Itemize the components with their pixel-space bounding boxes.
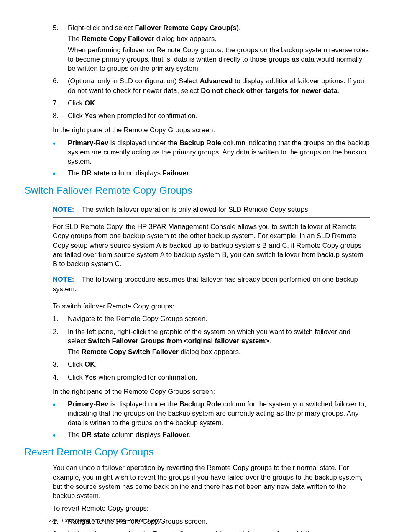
text: Click — [68, 360, 84, 368]
bullet-item: • Primary-Rev is displayed under the Bac… — [53, 399, 370, 427]
step-1: 1. Navigate to the Remote Copy Groups sc… — [53, 314, 370, 325]
text: (Optional only in SLD configuration) Sel… — [68, 77, 200, 85]
text: is displayed under the — [108, 139, 179, 146]
text: The — [68, 348, 82, 355]
text: Right-click and select — [68, 24, 135, 31]
note-text: The switch failover operation is only al… — [82, 206, 310, 213]
bold: DR state — [82, 169, 110, 177]
step-4: 4. Click Yes when prompted for confirmat… — [53, 373, 370, 383]
footer-title: Configuring and Managing Remote Copy — [62, 517, 161, 524]
bold: Backup Role — [179, 400, 221, 408]
bold: OK — [84, 360, 95, 368]
text: Click — [68, 112, 84, 119]
note-label: NOTE: — [53, 275, 74, 283]
paragraph: For SLD Remote Copy, the HP 3PAR Managem… — [53, 222, 370, 268]
section-heading-revert: Revert Remote Copy Groups — [24, 445, 370, 459]
page-number: 228 — [49, 517, 58, 524]
text: The — [68, 169, 82, 177]
paragraph: To revert Remote Copy groups: — [53, 504, 370, 513]
note-box: NOTE:The switch failover operation is on… — [53, 202, 370, 218]
text: Click — [68, 99, 84, 107]
bold: Failover Remote Copy Group(s) — [135, 24, 238, 31]
text: In the right pane, select the Remote Cop… — [68, 529, 370, 532]
step-number: 2. — [53, 327, 68, 358]
text: when prompted for confirmation. — [97, 112, 197, 119]
bullet-item: • The DR state column displays Failover. — [53, 168, 370, 178]
step-number: 2. — [53, 529, 68, 532]
bold: Do not check other targets for newer dat… — [201, 87, 337, 94]
section-heading-switch-failover: Switch Failover Remote Copy Groups — [24, 184, 370, 197]
paragraph: In the right pane of the Remote Copy Gro… — [53, 125, 370, 134]
text: dialog box appears. — [179, 348, 241, 355]
text: Navigate to the Remote Copy Groups scree… — [68, 314, 370, 323]
text: is displayed under the — [108, 400, 179, 408]
bullet-item: • Primary-Rev is displayed under the Bac… — [53, 138, 370, 166]
bold: Advanced — [200, 77, 233, 85]
step-number: 7. — [53, 98, 68, 109]
step-number: 4. — [53, 373, 68, 383]
switch-section-body: NOTE:The switch failover operation is on… — [53, 202, 370, 439]
note-label: NOTE: — [53, 206, 74, 213]
note-text: The following procedure assumes that fai… — [53, 275, 358, 292]
step-2: 2. In the right pane, select the Remote … — [53, 529, 370, 532]
bullet-icon: • — [53, 399, 68, 427]
text: . — [95, 360, 97, 368]
text: The — [68, 431, 82, 438]
bold: Yes — [84, 373, 96, 381]
page: 5. Right-click and select Failover Remot… — [24, 23, 370, 532]
text: column displays — [110, 431, 163, 438]
bold: Yes — [84, 112, 96, 119]
step-8: 8. Click Yes when prompted for confirmat… — [53, 111, 370, 122]
step-number: 8. — [53, 111, 68, 122]
bullet-item: • The DR state column displays Failover. — [53, 430, 370, 439]
bold: OK — [84, 99, 95, 107]
bold: Primary-Rev — [68, 139, 108, 146]
bullet-icon: • — [53, 168, 68, 178]
text: Click — [68, 373, 84, 381]
text: . — [189, 169, 191, 177]
step-number: 5. — [53, 23, 68, 75]
note-box: NOTE:The following procedure assumes tha… — [53, 272, 370, 297]
step-number: 3. — [53, 360, 68, 370]
text: . — [95, 99, 97, 107]
bold: Primary-Rev — [68, 400, 108, 408]
step-6: 6. (Optional only in SLD configuration) … — [53, 76, 370, 97]
text: . — [189, 431, 191, 438]
text: . — [338, 87, 340, 94]
bold: Failover — [163, 431, 189, 438]
bold: DR state — [82, 431, 110, 438]
paragraph: You can undo a failover operation by rev… — [53, 463, 370, 500]
paragraph: In the right pane of the Remote Copy Gro… — [53, 387, 370, 396]
step-5: 5. Right-click and select Failover Remot… — [53, 23, 370, 75]
bullet-icon: • — [53, 138, 68, 166]
bold: Remote Copy Failover — [82, 35, 154, 42]
bold: Failover — [163, 169, 189, 177]
text: dialog box appears. — [154, 35, 217, 42]
top-continued-list: 5. Right-click and select Failover Remot… — [53, 23, 370, 178]
step-3: 3. Click OK. — [53, 360, 370, 370]
text: When performing failover on Remote Copy … — [68, 45, 370, 73]
step-7: 7. Click OK. — [53, 98, 370, 109]
text: column displays — [110, 169, 163, 177]
text: The — [68, 35, 82, 42]
paragraph: To switch failover Remote Copy groups: — [53, 301, 370, 311]
text: when prompted for confirmation. — [97, 373, 197, 381]
bold: Switch Failover Groups from <original fa… — [88, 337, 269, 344]
step-number: 1. — [53, 314, 68, 325]
page-footer: 228 Configuring and Managing Remote Copy — [49, 517, 161, 524]
bullet-icon: • — [53, 430, 68, 439]
step-2: 2. In the left pane, right-click the gra… — [53, 327, 370, 358]
text: . — [239, 24, 241, 31]
text: . — [269, 337, 271, 344]
step-number: 6. — [53, 76, 68, 97]
bold: Backup Role — [179, 139, 221, 146]
bold: Remote Copy Switch Failover — [82, 348, 179, 355]
